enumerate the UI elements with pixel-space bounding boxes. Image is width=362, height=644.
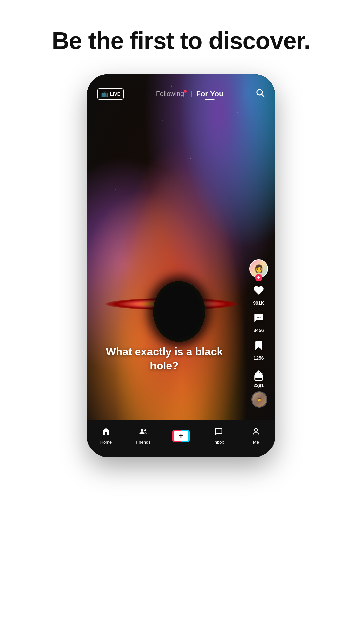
nav-tabs: Following | For You	[156, 90, 224, 98]
phone-mockup: 📺 LIVE Following | For You What exactly …	[87, 74, 275, 457]
like-count: 991K	[253, 300, 264, 306]
live-label: LIVE	[110, 91, 120, 97]
nav-me[interactable]: Me	[243, 427, 269, 445]
svg-point-7	[144, 429, 146, 431]
heart-icon	[253, 285, 264, 299]
stars-overlay	[87, 74, 275, 457]
svg-point-4	[260, 317, 261, 318]
live-dot	[184, 90, 187, 93]
search-button[interactable]	[255, 88, 265, 100]
music-disc-inner: 👩	[252, 391, 266, 408]
top-bar: 📺 LIVE Following | For You	[87, 74, 275, 106]
create-plus-icon: +	[174, 431, 188, 441]
nav-inbox[interactable]: Inbox	[205, 427, 232, 445]
svg-point-6	[141, 429, 143, 432]
comment-icon	[253, 312, 264, 326]
live-tv-icon: 📺	[101, 90, 108, 98]
share-icon	[253, 367, 264, 381]
tab-divider: |	[191, 90, 192, 97]
nav-home[interactable]: Home	[93, 427, 119, 445]
live-button[interactable]: 📺 LIVE	[97, 88, 124, 100]
tab-following[interactable]: Following	[156, 90, 187, 98]
svg-point-8	[255, 428, 258, 431]
right-actions-sidebar: 👩 + 991K	[249, 259, 268, 388]
svg-point-2	[257, 317, 258, 318]
svg-point-3	[258, 317, 259, 318]
black-hole	[153, 281, 205, 342]
me-icon	[252, 427, 260, 438]
follow-button[interactable]: +	[255, 274, 262, 281]
bookmark-count: 1256	[253, 355, 264, 361]
bottom-navigation: Home Friends +	[87, 420, 275, 457]
video-caption: What exactly is a black hole?	[97, 345, 231, 373]
bookmark-action[interactable]: 1256	[253, 340, 264, 361]
bookmark-icon	[253, 340, 264, 354]
creator-avatar[interactable]: 👩 +	[249, 259, 268, 278]
video-background	[87, 74, 275, 457]
create-button[interactable]: +	[172, 430, 190, 442]
friends-icon	[139, 427, 148, 438]
home-icon	[102, 427, 110, 438]
home-label: Home	[100, 440, 112, 445]
page-headline: Be the first to discover.	[52, 27, 310, 54]
like-action[interactable]: 991K	[253, 285, 264, 306]
comment-count: 3456	[253, 328, 264, 333]
inbox-icon	[214, 427, 223, 438]
music-note-icon: ♫	[257, 383, 262, 390]
svg-line-1	[262, 94, 264, 96]
inbox-label: Inbox	[213, 440, 224, 445]
music-disc[interactable]: 👩	[251, 391, 267, 408]
me-label: Me	[253, 440, 259, 445]
friends-label: Friends	[136, 440, 150, 445]
nav-create[interactable]: +	[168, 430, 194, 442]
phone-screen: 📺 LIVE Following | For You What exactly …	[87, 74, 275, 457]
music-disc-wrap: ♫ 👩	[251, 383, 267, 408]
comment-action[interactable]: 3456	[253, 312, 264, 333]
tab-for-you[interactable]: For You	[196, 90, 223, 98]
nav-friends[interactable]: Friends	[130, 427, 157, 445]
